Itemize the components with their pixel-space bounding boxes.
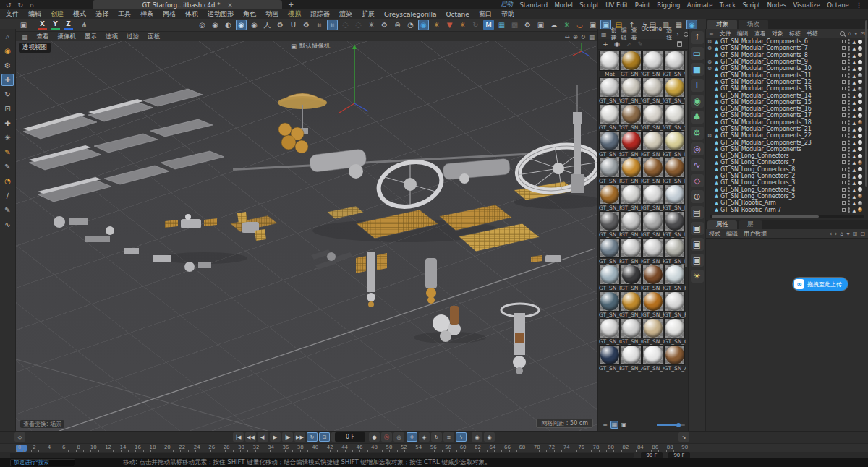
visibility-dots[interactable] — [848, 140, 850, 145]
material-item[interactable]: GT_SN_Tru — [621, 104, 642, 131]
material-tag-icon[interactable] — [858, 80, 862, 84]
material-tag-icon[interactable] — [858, 87, 862, 91]
material-item[interactable]: GT_SN_Foi — [642, 291, 664, 318]
phong-tag-icon[interactable]: ▲ — [852, 167, 856, 172]
menu-item[interactable]: 工具 — [118, 9, 131, 19]
visibility-dots[interactable] — [848, 207, 850, 213]
material-item[interactable]: GT_SN_Str — [664, 104, 686, 131]
material-item[interactable]: GT_SN_Tri — [599, 104, 621, 131]
multi-move-icon[interactable]: ✚ — [1, 117, 14, 129]
material-tag-icon[interactable] — [858, 73, 862, 77]
record-pla-button[interactable]: ϟ — [456, 432, 467, 442]
visibility-dots[interactable] — [848, 53, 850, 58]
object-row[interactable]: ⚙ ▲ GT_SN_Long_Connectors_4 ▲ — [706, 187, 868, 193]
effector-icon[interactable]: ⚙ — [691, 127, 704, 140]
material-item[interactable]: GT_SN_Pip — [642, 131, 664, 158]
phong-tag-icon[interactable]: ▲ — [852, 113, 856, 118]
object-row[interactable]: ⚙ ▲ GT_SN_Long_Connectors_8 ▲ — [706, 166, 868, 173]
object-name[interactable]: GT_SN_Modular_Components_7 — [720, 45, 808, 51]
object-name[interactable]: GT_SN_Modular_Components_23 — [720, 140, 812, 146]
visibility-dots[interactable] — [848, 127, 850, 132]
trash-icon[interactable] — [677, 41, 682, 47]
redo-icon[interactable]: ↻ — [18, 1, 24, 9]
record-button[interactable]: ● — [369, 432, 380, 442]
object-row[interactable]: ⚙ ▲ GT_SN_Modular_Components_13 ▲ — [706, 85, 868, 92]
view-pan-icon[interactable]: ↔ — [565, 33, 570, 40]
character-icon[interactable]: 人 — [262, 20, 273, 30]
expand-object-icon[interactable]: ✳ — [457, 20, 468, 30]
object-name[interactable]: GT_SN_Long_Connectors_2 — [720, 173, 795, 179]
material-item[interactable]: Mat — [599, 51, 621, 77]
axis-lock-button[interactable]: Y — [51, 20, 60, 30]
phong-tag-icon[interactable]: ▲ — [852, 187, 856, 192]
list-view-icon[interactable]: ≡ — [601, 421, 609, 429]
material-item[interactable]: GT_SN_Par — [664, 184, 686, 211]
phong-tag-icon[interactable]: ▲ — [852, 73, 856, 78]
layer-toggle[interactable] — [842, 154, 846, 158]
om-menu-item[interactable]: 查看 — [754, 30, 766, 38]
current-frame-field[interactable]: 0 F — [335, 432, 365, 442]
layer-toggle[interactable] — [842, 100, 846, 104]
object-row[interactable]: ⚙ ▲ GT_SN_Modular_Components_22 ▲ — [706, 132, 868, 139]
text-icon[interactable]: T — [691, 79, 704, 92]
layer-toggle[interactable] — [842, 74, 846, 77]
material-item[interactable]: GT_SN_Tru — [664, 77, 686, 104]
viewport-menu-item[interactable]: 过滤 — [127, 33, 139, 41]
octane-live-icon[interactable]: ◉ — [418, 20, 429, 30]
layer-toggle[interactable] — [842, 141, 846, 145]
material-item[interactable]: GT_SN_Thi — [642, 104, 664, 131]
layout-tab[interactable]: Octane — [825, 1, 851, 9]
object-row[interactable]: ⚙ ▲ GT_SN_Modular_Components_21 ▲ — [706, 126, 868, 132]
material-item[interactable]: GT_SN_Tru — [642, 77, 664, 104]
menu-item[interactable]: 扩展 — [362, 9, 375, 19]
object-row[interactable]: ⚙ ▲ GT_SN_Long_Connectors ▲ — [706, 153, 868, 159]
material-item[interactable]: GT_SN_Yel — [621, 51, 642, 77]
material-menu-overflow[interactable]: › — [676, 31, 678, 38]
document-tab[interactable]: GT Starforg...itbash.c4d * ✕ — [93, 0, 282, 9]
layout-tab[interactable]: UV Edit — [604, 1, 629, 9]
cube-icon[interactable]: ■ — [691, 63, 704, 76]
object-row[interactable]: ⚙ ▲ GT_SN_Long_Connectors_2 ▲ — [706, 173, 868, 179]
material-tag-icon[interactable] — [858, 181, 862, 185]
material-tag-icon[interactable] — [858, 113, 862, 118]
material-tag-icon[interactable] — [858, 67, 862, 71]
om-menu-item[interactable]: 对象 — [772, 30, 783, 38]
field-icon[interactable]: ◎ — [691, 142, 704, 155]
material-item[interactable]: GT_SN_Clo — [621, 318, 642, 345]
material-tag-icon[interactable] — [858, 40, 862, 44]
material-item[interactable]: GT_SN_He — [664, 265, 686, 291]
panel-tab[interactable]: 层 — [739, 220, 762, 229]
layout-tab[interactable]: Rigging — [655, 1, 681, 9]
object-row[interactable]: ⚙ ▲ GT_SN_Modular_Components_7 ▲ — [706, 45, 868, 51]
material-item[interactable]: GT_SN_Par — [664, 158, 686, 184]
pen-tool-icon[interactable]: ✎ — [1, 204, 14, 216]
cluster-tool-icon[interactable]: ✳ — [1, 132, 14, 144]
attribute-menu-item[interactable]: 模式 — [709, 230, 720, 238]
panel-tab[interactable]: 对象 — [707, 20, 737, 29]
netdisk-upload-button[interactable]: ∞ 拖拽至此上传 — [793, 278, 848, 291]
object-name[interactable]: GT_SN_Modular_Components_10 — [720, 65, 812, 72]
layer-toggle[interactable] — [842, 113, 846, 117]
phong-tag-icon[interactable]: ▲ — [852, 59, 856, 64]
attribute-menu-item[interactable]: 编辑 — [726, 230, 738, 238]
material-item[interactable]: GT_SN_Par — [642, 158, 664, 184]
material-item[interactable]: GT_SN_Par — [642, 238, 664, 265]
object-name[interactable]: GT_SN_Modular_Components_13 — [720, 85, 812, 92]
grid-icon[interactable]: ⌗ — [314, 20, 325, 30]
drop-to-floor-icon[interactable]: ▼ — [444, 20, 455, 30]
material-tag-icon[interactable] — [858, 167, 862, 171]
material-item[interactable]: GT_SN_Par — [599, 184, 621, 211]
goto-start-button[interactable]: |◀ — [233, 432, 244, 442]
disabled-icon-2[interactable]: ◌ — [353, 20, 364, 30]
menu-item[interactable]: 角色 — [243, 9, 256, 19]
play-button[interactable]: ▶ — [270, 432, 281, 442]
menu-item[interactable]: 编辑 — [28, 9, 41, 19]
camera-icon[interactable]: ▣ — [691, 222, 704, 235]
filter-icon[interactable]: ▾ — [854, 30, 857, 37]
magnet-icon[interactable]: U — [288, 20, 299, 30]
keyframe-diamond-button[interactable]: ◇ — [14, 432, 25, 442]
material-tag-icon[interactable] — [858, 134, 862, 138]
undo-icon[interactable]: ↺ — [6, 1, 12, 9]
menu-item[interactable]: 模拟 — [288, 9, 301, 19]
character-gear-icon[interactable]: ⚙ — [275, 20, 286, 30]
